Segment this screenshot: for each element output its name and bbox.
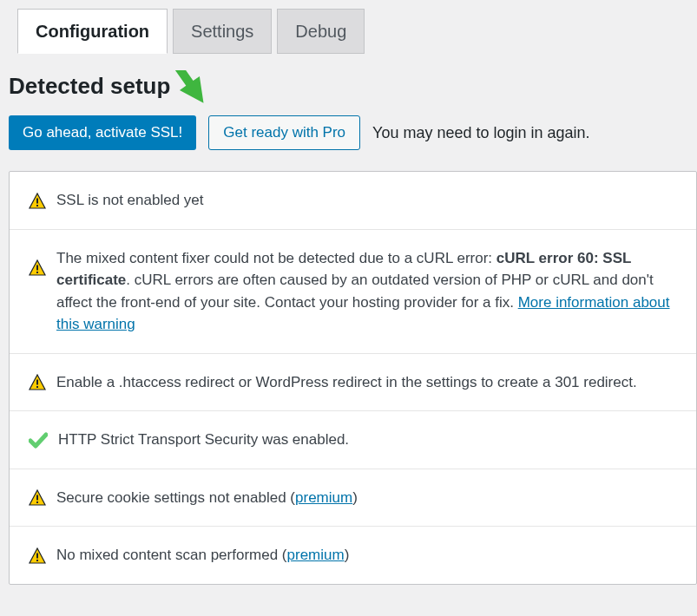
- row-mixed-content-error: The mixed content fixer could not be det…: [10, 230, 696, 354]
- premium-link[interactable]: premium: [287, 547, 345, 563]
- svg-rect-15: [36, 560, 38, 561]
- warning-icon: [29, 259, 46, 277]
- action-row: Go ahead, activate SSL! Get ready with P…: [9, 115, 697, 150]
- text-part: No mixed content scan performed (: [56, 547, 287, 563]
- page-title: Detected setup: [9, 69, 697, 103]
- row-text: The mixed content fixer could not be det…: [56, 247, 677, 336]
- get-pro-button[interactable]: Get ready with Pro: [208, 115, 360, 150]
- row-text: HTTP Strict Transport Security was enabl…: [58, 429, 677, 451]
- warning-icon: [29, 489, 46, 507]
- text-part: ): [352, 489, 358, 506]
- row-htaccess: Enable a .htaccess redirect or WordPress…: [10, 354, 696, 412]
- row-text: SSL is not enabled yet: [56, 189, 677, 212]
- login-note: You may need to login in again.: [372, 121, 590, 145]
- activate-ssl-button[interactable]: Go ahead, activate SSL!: [9, 115, 196, 150]
- svg-rect-6: [36, 272, 38, 273]
- warning-icon: [29, 547, 46, 565]
- warning-icon: [29, 374, 46, 391]
- svg-rect-9: [36, 386, 38, 388]
- check-icon: [29, 432, 48, 449]
- text-part: Secure cookie settings not enabled (: [56, 489, 295, 506]
- row-ssl-not-enabled: SSL is not enabled yet: [10, 172, 696, 230]
- warning-icon: [29, 193, 46, 210]
- svg-rect-2: [36, 198, 38, 203]
- svg-rect-14: [36, 553, 38, 558]
- svg-rect-5: [36, 265, 38, 270]
- row-hsts: HTTP Strict Transport Security was enabl…: [10, 411, 696, 469]
- svg-rect-12: [36, 501, 38, 503]
- text-part: ): [345, 547, 350, 563]
- svg-rect-8: [36, 380, 38, 385]
- tab-configuration[interactable]: Configuration: [17, 9, 168, 54]
- tab-settings[interactable]: Settings: [173, 9, 272, 54]
- premium-link[interactable]: premium: [295, 489, 352, 506]
- row-scan: No mixed content scan performed (premium…: [10, 527, 696, 584]
- row-text: Enable a .htaccess redirect or WordPress…: [56, 371, 677, 394]
- status-card: SSL is not enabled yet The mixed content…: [9, 171, 697, 585]
- svg-rect-3: [36, 205, 38, 206]
- tab-bar: Configuration Settings Debug: [9, 0, 697, 54]
- row-cookie: Secure cookie settings not enabled (prem…: [10, 469, 696, 528]
- tab-debug[interactable]: Debug: [277, 9, 365, 54]
- row-text: No mixed content scan performed (premium…: [56, 544, 677, 567]
- row-text: Secure cookie settings not enabled (prem…: [56, 487, 677, 509]
- svg-rect-11: [36, 495, 38, 501]
- text-part: The mixed content fixer could not be det…: [56, 250, 496, 266]
